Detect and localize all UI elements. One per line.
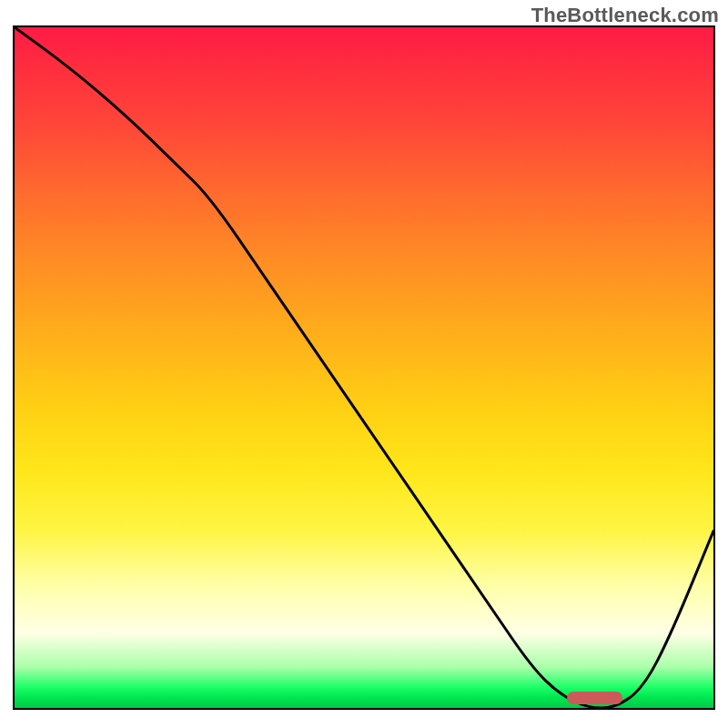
bottleneck-chart: TheBottleneck.com bbox=[0, 0, 728, 728]
watermark-text: TheBottleneck.com bbox=[531, 4, 719, 27]
optimal-range-marker bbox=[567, 692, 622, 704]
plot-area bbox=[13, 25, 715, 710]
bottleneck-curve-path bbox=[15, 27, 713, 708]
curve-layer bbox=[15, 27, 713, 708]
